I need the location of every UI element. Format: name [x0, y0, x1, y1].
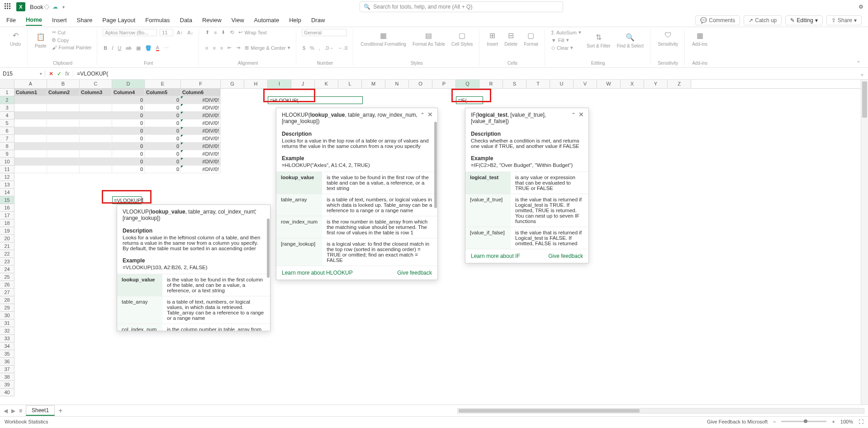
cell-E4[interactable]: 0: [145, 112, 181, 119]
row-header-40[interactable]: 40: [0, 389, 14, 396]
tooltip-learn-link[interactable]: Learn more about HLOOKUP: [282, 270, 353, 276]
column-header-R[interactable]: R: [479, 80, 503, 88]
column-header-O[interactable]: O: [409, 80, 432, 88]
underline-icon[interactable]: U: [117, 45, 122, 51]
tooltip-collapse-icon[interactable]: ⌃: [571, 112, 576, 118]
dec-decimal-icon[interactable]: ←.0: [337, 45, 348, 51]
tooltip-close-icon[interactable]: ✕: [427, 111, 433, 118]
sheet-tab-sheet1[interactable]: Sheet1: [26, 405, 55, 416]
cell-B10[interactable]: [47, 158, 80, 166]
comma-icon[interactable]: ,: [318, 45, 321, 51]
fill-button[interactable]: ▼ Fill ▾: [550, 37, 582, 43]
cell-B9[interactable]: [47, 150, 80, 158]
increase-font-icon[interactable]: A↑: [176, 29, 184, 36]
border-icon[interactable]: ▦: [135, 45, 142, 52]
cell-D3[interactable]: 0: [112, 104, 145, 112]
tab-formulas[interactable]: Formulas: [145, 15, 170, 25]
cell-A8[interactable]: [14, 143, 47, 150]
cell-D10[interactable]: 0: [112, 158, 145, 166]
font-name-select[interactable]: [103, 29, 157, 36]
tab-share[interactable]: Share: [77, 15, 93, 25]
cell-D8[interactable]: 0: [112, 143, 145, 150]
cloud-sync-icon[interactable]: ☁: [52, 4, 58, 10]
cell-F11[interactable]: #DIV/0!: [181, 166, 221, 173]
cell-A9[interactable]: [14, 150, 47, 158]
editing-mode-button[interactable]: ✎ Editing ▾: [785, 15, 823, 25]
row-header-12[interactable]: 12: [0, 173, 14, 181]
column-header-C[interactable]: C: [80, 80, 112, 88]
row-header-5[interactable]: 5: [0, 119, 14, 127]
cell-D7[interactable]: 0: [112, 135, 145, 143]
cell-B1[interactable]: Column2: [47, 89, 80, 96]
tab-automate[interactable]: Automate: [254, 15, 280, 25]
cell-D2[interactable]: 0: [112, 96, 145, 104]
row-header-17[interactable]: 17: [0, 212, 14, 219]
row-header-34[interactable]: 34: [0, 342, 14, 350]
cell-F1[interactable]: Column6: [181, 89, 221, 96]
align-right-icon[interactable]: ≡: [219, 45, 224, 51]
tab-review[interactable]: Review: [202, 15, 222, 25]
row-header-37[interactable]: 37: [0, 366, 14, 373]
column-header-G[interactable]: G: [221, 80, 244, 88]
cancel-formula-icon[interactable]: ✕: [49, 71, 53, 77]
cell-C5[interactable]: [80, 119, 112, 127]
cell-E3[interactable]: 0: [145, 104, 181, 112]
row-header-33[interactable]: 33: [0, 335, 14, 342]
tab-home[interactable]: Home: [26, 14, 42, 26]
sensitivity-button[interactable]: 🛡Sensitivity: [656, 29, 680, 48]
row-header-24[interactable]: 24: [0, 266, 14, 273]
cell-C2[interactable]: [80, 96, 112, 104]
row-header-16[interactable]: 16: [0, 204, 14, 212]
cell-F8[interactable]: #DIV/0!: [181, 143, 221, 150]
cell-E1[interactable]: Column5: [145, 89, 181, 96]
row-header-21[interactable]: 21: [0, 243, 14, 250]
editing-cell-Q2[interactable]: =IF(: [456, 96, 483, 104]
column-header-L[interactable]: L: [338, 80, 362, 88]
zoom-slider[interactable]: [781, 421, 826, 422]
cell-E7[interactable]: 0: [145, 135, 181, 143]
indent-inc-icon[interactable]: ⇥: [235, 44, 241, 51]
autosum-button[interactable]: Σ AutoSum ▾: [550, 29, 582, 36]
font-size-select[interactable]: [160, 29, 173, 36]
share-button[interactable]: ⇪ Share ▾: [826, 15, 862, 25]
row-header-11[interactable]: 11: [0, 166, 14, 173]
row-header-36[interactable]: 36: [0, 358, 14, 366]
cell-A1[interactable]: Column1: [14, 89, 47, 96]
row-header-20[interactable]: 20: [0, 235, 14, 243]
cell-A3[interactable]: [14, 104, 47, 112]
column-header-N[interactable]: N: [385, 80, 409, 88]
column-header-V[interactable]: V: [574, 80, 597, 88]
cell-B3[interactable]: [47, 104, 80, 112]
merge-center-button[interactable]: ⊞ Merge & Center ▾: [244, 44, 291, 51]
cell-D4[interactable]: 0: [112, 112, 145, 119]
cell-styles-button[interactable]: ▢Cell Styles: [450, 29, 474, 48]
sheet-list-icon[interactable]: ≡: [19, 408, 22, 414]
align-center-icon[interactable]: ≡: [212, 45, 216, 51]
add-sheet-icon[interactable]: +: [58, 407, 62, 415]
cell-A11[interactable]: [14, 166, 47, 173]
cell-C11[interactable]: [80, 166, 112, 173]
addins-button[interactable]: ▦Add-ins: [690, 29, 709, 48]
cell-A4[interactable]: [14, 112, 47, 119]
cell-D6[interactable]: 0: [112, 127, 145, 135]
vertical-scrollbar[interactable]: [861, 80, 868, 404]
align-left-icon[interactable]: ≡: [204, 45, 209, 51]
cell-A7[interactable]: [14, 135, 47, 143]
insert-cells-button[interactable]: ⊞Insert: [485, 29, 500, 48]
cell-E5[interactable]: 0: [145, 119, 181, 127]
cell-C4[interactable]: [80, 112, 112, 119]
cell-B11[interactable]: [47, 166, 80, 173]
row-header-28[interactable]: 28: [0, 296, 14, 304]
column-header-S[interactable]: S: [503, 80, 526, 88]
more-font-icon[interactable]: ⋯: [163, 45, 170, 52]
cell-F9[interactable]: #DIV/0!: [181, 150, 221, 158]
row-header-39[interactable]: 39: [0, 381, 14, 389]
cell-F5[interactable]: #DIV/0!: [181, 119, 221, 127]
tooltip-scrollbar[interactable]: [266, 219, 270, 317]
ribbon-collapse-icon[interactable]: ⌄: [853, 56, 864, 66]
cell-C6[interactable]: [80, 127, 112, 135]
row-header-2[interactable]: 2: [0, 96, 14, 104]
column-header-D[interactable]: D: [112, 80, 145, 88]
zoom-in-icon[interactable]: +: [832, 419, 835, 424]
tooltip-collapse-icon[interactable]: ⌃: [420, 112, 425, 118]
